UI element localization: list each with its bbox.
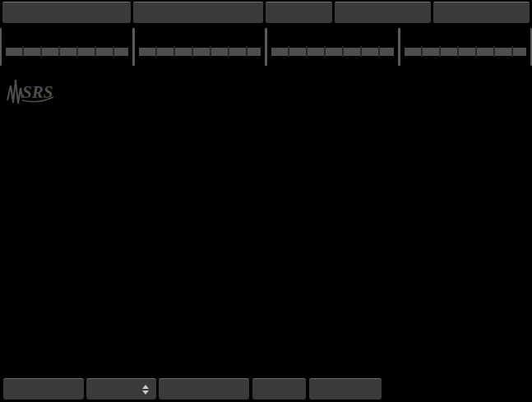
readout-harmonic[interactable] <box>266 2 332 23</box>
instrument-screen: SRS <box>0 0 532 402</box>
live-mode-button[interactable] <box>309 378 382 400</box>
channel-y-readout <box>139 26 261 45</box>
spectrum-display: SRS <box>0 69 532 376</box>
channel-theta <box>400 25 531 69</box>
readout-amplitude[interactable] <box>335 2 431 23</box>
span-button[interactable] <box>159 378 249 400</box>
average-count-button[interactable] <box>252 378 306 400</box>
readout-row <box>2 2 530 23</box>
channel-r-readout <box>271 26 394 45</box>
meter-ticks <box>271 46 394 57</box>
readout-dc-offset[interactable] <box>433 2 530 23</box>
channel-y-meter <box>139 48 261 56</box>
meter-ticks <box>405 46 527 57</box>
input-source-button[interactable] <box>3 378 84 400</box>
channel-row <box>0 25 532 69</box>
spinner-up-icon[interactable] <box>142 385 149 389</box>
channel-x-readout <box>6 26 128 45</box>
meter-ticks <box>139 46 261 57</box>
spectrum-plot <box>0 69 532 376</box>
channel-r <box>267 25 398 69</box>
meter-ticks <box>6 46 128 57</box>
channel-r-meter <box>271 48 394 56</box>
channel-theta-readout <box>405 26 527 45</box>
channel-theta-meter <box>405 48 527 56</box>
spinner-down-icon[interactable] <box>142 390 149 395</box>
channel-x <box>2 25 132 69</box>
db-scale-button[interactable] <box>86 378 156 400</box>
channel-x-meter <box>6 48 128 56</box>
srs-logo: SRS <box>5 76 56 107</box>
db-spinner[interactable] <box>142 385 149 395</box>
readout-frequency[interactable] <box>133 2 263 23</box>
readout-phase[interactable] <box>2 2 131 23</box>
bottom-toolbar <box>0 376 532 402</box>
channel-y <box>135 25 266 69</box>
